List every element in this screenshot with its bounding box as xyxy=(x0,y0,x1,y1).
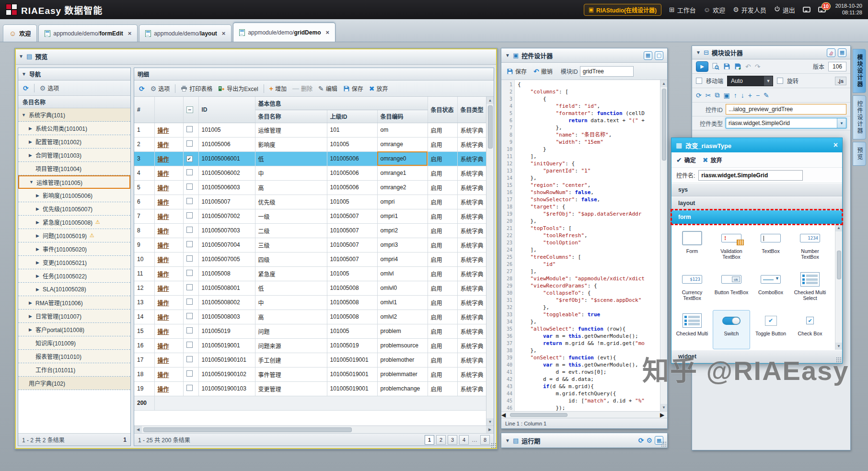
scroll-left-icon[interactable]: ◀ xyxy=(134,426,142,433)
row-checkbox[interactable] xyxy=(186,184,193,190)
col-selector[interactable]: − xyxy=(183,97,198,123)
undo-icon[interactable]: ↶ xyxy=(745,63,751,70)
layout-grid-icon[interactable]: ▦ xyxy=(644,51,652,60)
copy-icon[interactable]: ⧉ xyxy=(715,91,719,99)
row-action-link[interactable]: 操作 xyxy=(158,343,169,350)
abandon-button[interactable]: ✖放弃 xyxy=(703,156,722,164)
pencil-button[interactable]: ✎编辑 xyxy=(316,83,340,94)
dropdown-arrow-icon[interactable]: ▼ xyxy=(837,118,846,128)
tree-item[interactable]: 用户字典(102) xyxy=(18,377,130,390)
side-tab-预览[interactable]: 预览 xyxy=(853,142,866,166)
row-checkbox[interactable] xyxy=(186,169,193,175)
logout-link[interactable]: 退出 xyxy=(774,5,795,14)
tab-formEdit[interactable]: appmodule/demo/formEdit× xyxy=(38,24,138,42)
row-checkbox[interactable] xyxy=(186,126,193,132)
page-button-4[interactable]: 4 xyxy=(459,435,469,445)
options-button[interactable]: ⚙选项 xyxy=(37,82,62,93)
tree-item[interactable]: ▶影响度(101005006) xyxy=(18,189,130,202)
scrollbar-thumb[interactable] xyxy=(488,105,493,149)
palette-item-checked-multi[interactable]: Checked Multi xyxy=(673,310,711,349)
tree-item[interactable]: ▶SLA(101005028) xyxy=(18,283,130,296)
row-checkbox[interactable] xyxy=(186,299,193,305)
scrollbar-thumb[interactable] xyxy=(143,427,352,432)
col-name[interactable]: 条目名称 xyxy=(255,110,327,123)
row-action-link[interactable]: 操作 xyxy=(158,156,169,163)
tree-item[interactable]: ▶紧急度(101005008)⚠ xyxy=(18,216,130,229)
row-action-link[interactable]: 操作 xyxy=(158,127,169,134)
scroll-up-icon[interactable]: ▲ xyxy=(660,80,667,87)
grid-row[interactable]: 10操作101005007005四级101005007ompri4启用系统字典 xyxy=(134,252,486,266)
collapse-icon[interactable]: ▼ xyxy=(505,53,510,58)
dialog-titlebar[interactable]: ▦ 改变_riaswType × xyxy=(671,138,842,152)
page-button-8[interactable]: 8 xyxy=(480,435,490,445)
minus-button[interactable]: —删除 xyxy=(290,83,315,94)
code-area[interactable]: { "columns": [ { "field": "id", "formatt… xyxy=(515,80,660,411)
scroll-up-icon[interactable]: ▲ xyxy=(486,97,494,104)
palette-item-combobox[interactable]: ▼ComboBox xyxy=(752,269,789,308)
scissors-icon[interactable]: ✂ xyxy=(706,92,711,99)
widget-name-input[interactable]: riasw.widget.SimpleGrid xyxy=(698,170,803,181)
grid-row[interactable]: 16操作101005019001问题来源101005019problemsour… xyxy=(134,338,486,353)
tree-item[interactable]: ▶变更(101005021) xyxy=(18,256,130,269)
grid-row[interactable]: 5操作101005006003高101005006omrange2启用系统字典 xyxy=(134,180,486,195)
workbench-link[interactable]: ⊞工作台 xyxy=(669,5,696,14)
x-button[interactable]: ✖放弃 xyxy=(367,83,391,94)
tab-gridDemo[interactable]: appmodule/demo/gridDemo× xyxy=(233,23,336,42)
mobile-checkbox[interactable] xyxy=(696,78,702,84)
tree-toggle-icon[interactable]: ▶ xyxy=(27,126,34,131)
col-id[interactable]: ID xyxy=(198,97,255,123)
close-icon[interactable]: × xyxy=(833,141,838,149)
remove-icon[interactable]: − xyxy=(756,92,760,99)
refresh-icon[interactable]: ⟳ xyxy=(638,437,644,444)
side-tab-控件设计器[interactable]: 控件设计器 xyxy=(853,95,866,139)
row-action-link[interactable]: 操作 xyxy=(158,171,169,177)
gear-icon[interactable]: ⚙ xyxy=(646,437,652,444)
grid-row[interactable]: 9操作101005007004三级101005007ompri3启用系统字典 xyxy=(134,238,486,252)
grid-horizontal-scrollbar[interactable]: ◀ ▶ xyxy=(134,425,494,433)
refresh-button[interactable]: ⟳ xyxy=(137,84,147,93)
col-rownum[interactable]: # xyxy=(134,97,154,123)
page-button-1[interactable]: 1 xyxy=(425,435,434,445)
tree-toggle-icon[interactable]: ▶ xyxy=(35,260,41,265)
tree-toggle-icon[interactable]: ▼ xyxy=(21,113,27,117)
grid-row[interactable]: 7操作101005007002一级101005007ompri1启用系统字典 xyxy=(134,209,486,223)
palette-item-validation-textbox[interactable]: !Validation TextBox xyxy=(713,228,750,267)
scroll-down-icon[interactable]: ▼ xyxy=(486,418,494,425)
export-button[interactable]: 导出为Excel xyxy=(216,83,260,94)
tree-item[interactable]: ▶任务(101005022) xyxy=(18,269,130,283)
side-tab-模块设计器[interactable]: 模块设计器 xyxy=(853,49,866,93)
tree-item[interactable]: 知识库(101009) xyxy=(18,336,130,350)
palette-item-form[interactable]: Form xyxy=(673,228,711,267)
palette-item-currency-textbox[interactable]: $123Currency TextBox xyxy=(673,269,711,308)
grid-row[interactable]: 17操作10100501900101手工创建101005019001proble… xyxy=(134,353,486,367)
grid-row[interactable]: 14操作101005008003高101005008omlvl2启用系统字典 xyxy=(134,310,486,324)
editor-horizontal-scrollbar[interactable]: ◀ ▶ xyxy=(501,411,667,418)
row-checkbox[interactable] xyxy=(186,198,193,204)
row-action-link[interactable]: 操作 xyxy=(158,372,169,379)
dropdown-arrow-icon[interactable]: ▼ xyxy=(764,76,773,86)
scrollbar-thumb[interactable] xyxy=(662,89,666,161)
row-checkbox[interactable] xyxy=(186,212,193,218)
tree-item[interactable]: 项目管理(101004) xyxy=(18,162,130,175)
row-action-link[interactable]: 操作 xyxy=(158,286,169,292)
scroll-right-icon[interactable]: ▶ xyxy=(486,426,494,433)
scrollbar-thumb[interactable] xyxy=(837,251,841,279)
row-checkbox[interactable] xyxy=(186,356,193,362)
save-icon[interactable] xyxy=(723,63,730,70)
row-action-link[interactable]: 操作 xyxy=(158,199,169,206)
row-checkbox[interactable] xyxy=(186,327,193,333)
row-checkbox[interactable] xyxy=(186,370,193,377)
scroll-down-icon[interactable]: ▼ xyxy=(660,404,667,411)
page-button-3[interactable]: 3 xyxy=(448,435,457,445)
col-type[interactable]: 条目类型 xyxy=(457,97,486,123)
tab-欢迎[interactable]: ☺欢迎 xyxy=(3,24,37,42)
row-checkbox[interactable] xyxy=(186,140,193,147)
close-icon[interactable]: × xyxy=(325,29,329,36)
scroll-up-icon[interactable]: ▲ xyxy=(835,224,842,231)
save-all-icon[interactable] xyxy=(734,63,741,70)
row-checkbox[interactable] xyxy=(186,241,193,247)
tree-toggle-icon[interactable]: ▶ xyxy=(27,153,34,158)
welcome-link[interactable]: ☺欢迎 xyxy=(704,5,725,14)
tree-item[interactable]: 工作台(101011) xyxy=(18,363,130,377)
row-action-link[interactable]: 操作 xyxy=(158,142,169,149)
